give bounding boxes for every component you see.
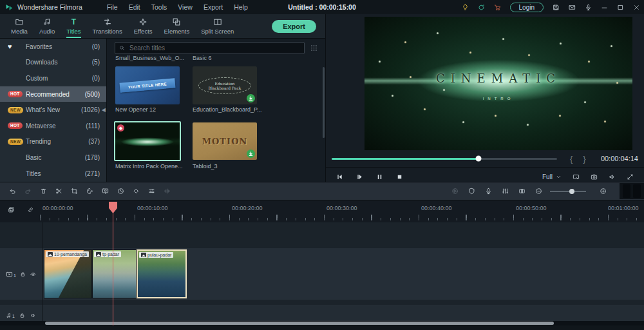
- export-button[interactable]: Export: [272, 20, 316, 33]
- speaker-icon[interactable]: [609, 173, 616, 180]
- title-card-education-blackboard[interactable]: Education Blackboard Pack: [193, 66, 257, 104]
- tab-titles[interactable]: T Titles: [61, 14, 86, 38]
- tab-elements[interactable]: Elements: [158, 14, 196, 38]
- render-icon[interactable]: [451, 188, 459, 195]
- search-box[interactable]: [115, 42, 305, 54]
- mark-out-icon[interactable]: }: [583, 154, 585, 164]
- ruler-label: 00:00:10:00: [137, 205, 168, 211]
- title-card-new-opener-12[interactable]: YOUR TITLE HERE: [115, 66, 180, 104]
- menu-tools[interactable]: Tools: [151, 3, 167, 11]
- pause-icon[interactable]: [376, 173, 383, 180]
- scrollbar-thumb[interactable]: [45, 322, 554, 325]
- split-scissors-icon[interactable]: [55, 188, 62, 195]
- timeline-ruler[interactable]: 00:00:00:00 00:00:10:00 00:00:20:00 00:0…: [0, 200, 644, 222]
- close-icon[interactable]: [633, 4, 640, 11]
- menu-help[interactable]: Help: [234, 3, 248, 11]
- stop-icon[interactable]: [396, 173, 403, 180]
- title-card-tabloid-3[interactable]: MOTION: [193, 122, 257, 160]
- motion-tracking-icon[interactable]: [102, 188, 109, 195]
- lock-icon[interactable]: [19, 313, 25, 318]
- seek-handle[interactable]: [475, 156, 481, 162]
- menu-bar: File Edit Tools View Export Help: [107, 3, 248, 11]
- timeline-tracks: 1 10-pemandanga tp-padar pulau-padar 1: [0, 222, 644, 325]
- adjust-icon[interactable]: [148, 188, 155, 195]
- eye-icon[interactable]: [30, 271, 36, 277]
- sidebar-item-basic[interactable]: Basic (178): [0, 150, 106, 166]
- title-card-matrix-intro-selected[interactable]: ◆: [114, 121, 181, 161]
- lock-icon[interactable]: [20, 271, 26, 277]
- sidebar-collapse-icon[interactable]: ◀: [102, 107, 106, 113]
- minimize-icon[interactable]: [601, 4, 608, 11]
- tab-transitions[interactable]: Transitions: [87, 14, 128, 38]
- search-input[interactable]: [128, 44, 300, 52]
- crop-icon[interactable]: [71, 188, 78, 195]
- speed-clock-icon[interactable]: [117, 188, 124, 195]
- sidebar-item-trending[interactable]: NEW Trending (37): [0, 134, 106, 150]
- zoom-slider-handle[interactable]: [569, 189, 574, 194]
- voiceover-icon[interactable]: [485, 188, 492, 195]
- sidebar-item-titles[interactable]: Titles (271): [0, 166, 106, 182]
- grid-view-icon[interactable]: [310, 44, 317, 52]
- menu-file[interactable]: File: [107, 3, 118, 11]
- speaker-icon[interactable]: [30, 313, 36, 318]
- zoom-fit-dropdown[interactable]: Full: [542, 173, 562, 180]
- hot-badge: HOT: [8, 91, 23, 97]
- redo-icon[interactable]: [24, 188, 32, 195]
- action-cam-icon[interactable]: [468, 188, 475, 195]
- menu-edit[interactable]: Edit: [129, 3, 140, 11]
- new-badge: NEW: [8, 139, 23, 145]
- prev-frame-icon[interactable]: [336, 173, 343, 180]
- mark-in-icon[interactable]: {: [570, 154, 573, 164]
- film-marker-icon[interactable]: [518, 188, 526, 195]
- timeline-zoom-slider[interactable]: [550, 191, 586, 192]
- delete-icon[interactable]: [40, 188, 47, 195]
- snapshot-icon[interactable]: [591, 173, 598, 180]
- timeline-clip[interactable]: tp-padar: [92, 249, 137, 298]
- color-palette-icon[interactable]: [86, 188, 93, 195]
- maximize-icon[interactable]: [617, 4, 624, 11]
- login-button[interactable]: Login: [510, 3, 544, 12]
- audio-sync-icon[interactable]: [164, 188, 171, 195]
- sidebar-item-favorites[interactable]: ♥ Favorites (0): [0, 39, 106, 55]
- sidebar-item-whats-new[interactable]: NEW What's New (1026): [0, 102, 106, 118]
- display-icon[interactable]: [573, 173, 580, 180]
- keyframe-icon[interactable]: [133, 188, 140, 195]
- zoom-in-icon[interactable]: [600, 188, 607, 195]
- seek-bar[interactable]: [332, 158, 557, 160]
- titles-grid-panel: Small_Business_Web_O... Basic 6 YOUR TIT…: [106, 39, 325, 182]
- menu-view[interactable]: View: [178, 3, 193, 11]
- mixer-icon[interactable]: [502, 188, 509, 195]
- next-frame-icon[interactable]: [356, 173, 363, 180]
- download-icon[interactable]: [247, 150, 255, 158]
- mail-icon[interactable]: [569, 4, 576, 11]
- save-icon[interactable]: [553, 4, 560, 11]
- ruler-label: 00:00:50:00: [516, 205, 547, 211]
- sync-icon[interactable]: [478, 4, 485, 11]
- fullscreen-icon[interactable]: [627, 173, 634, 180]
- horizontal-scrollbar[interactable]: [0, 321, 644, 325]
- transitions-icon: [103, 17, 112, 26]
- zoom-out-icon[interactable]: [535, 188, 542, 195]
- tab-audio[interactable]: Audio: [33, 14, 61, 38]
- link-icon[interactable]: [27, 206, 34, 213]
- menu-export[interactable]: Export: [204, 3, 223, 11]
- tab-media[interactable]: Media: [5, 14, 33, 38]
- cart-icon[interactable]: [494, 4, 501, 11]
- timeline-clip-selected[interactable]: pulau-padar: [137, 249, 187, 298]
- download-icon[interactable]: [247, 94, 255, 102]
- undo-icon[interactable]: [9, 188, 16, 195]
- sidebar-item-recommended[interactable]: HOT Recommended (500): [0, 86, 106, 102]
- add-track-icon[interactable]: [8, 206, 15, 213]
- video-track-icon: 1: [6, 271, 16, 278]
- tab-effects[interactable]: Effects: [128, 14, 158, 38]
- hot-badge: HOT: [8, 122, 23, 129]
- panel-scrollbar[interactable]: [323, 67, 325, 138]
- timeline-clip[interactable]: 10-pemandanga: [44, 249, 92, 298]
- sidebar-item-downloads[interactable]: Downloads (5): [0, 55, 106, 71]
- elements-icon: [172, 17, 181, 26]
- sidebar-item-metaverse[interactable]: HOT Metaverse (111): [0, 118, 106, 134]
- microphone-icon[interactable]: [585, 4, 592, 11]
- sidebar-item-custom[interactable]: Custom (0): [0, 70, 106, 86]
- lightbulb-icon[interactable]: [462, 4, 469, 11]
- tab-split-screen[interactable]: Split Screen: [195, 14, 240, 38]
